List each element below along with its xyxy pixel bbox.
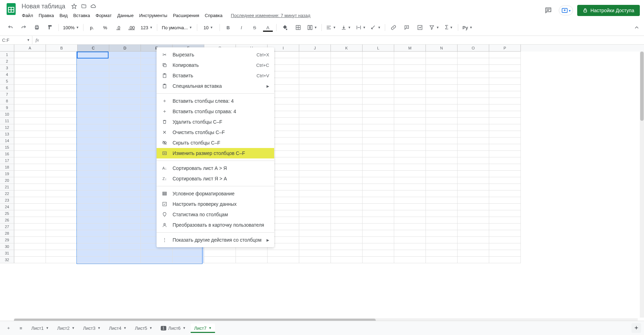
cell[interactable] xyxy=(299,52,331,58)
cell[interactable] xyxy=(331,210,363,217)
cell[interactable] xyxy=(363,224,394,230)
cell[interactable] xyxy=(299,65,331,71)
cell[interactable] xyxy=(426,58,458,65)
cell[interactable] xyxy=(394,190,426,197)
cell[interactable] xyxy=(363,78,394,85)
cell[interactable] xyxy=(299,144,331,151)
cell[interactable] xyxy=(46,71,78,78)
cell[interactable] xyxy=(299,157,331,164)
cell[interactable] xyxy=(363,230,394,237)
cell[interactable] xyxy=(458,230,489,237)
cell[interactable] xyxy=(363,237,394,243)
cell[interactable] xyxy=(489,184,521,190)
row-header[interactable]: 13 xyxy=(0,131,14,138)
row-header[interactable]: 27 xyxy=(0,224,14,230)
row-header[interactable]: 14 xyxy=(0,138,14,144)
cell[interactable] xyxy=(14,58,46,65)
cell[interactable] xyxy=(331,224,363,230)
halign-icon[interactable]: ▼ xyxy=(324,23,338,32)
cell[interactable] xyxy=(78,230,109,237)
cell[interactable] xyxy=(426,138,458,144)
cell[interactable] xyxy=(458,171,489,177)
cell[interactable] xyxy=(299,71,331,78)
cell[interactable] xyxy=(14,243,46,250)
cell[interactable] xyxy=(363,131,394,138)
cell[interactable] xyxy=(458,111,489,118)
cell[interactable] xyxy=(14,104,46,111)
link-icon[interactable] xyxy=(387,23,400,32)
cell[interactable] xyxy=(458,197,489,204)
cell[interactable] xyxy=(46,131,78,138)
ctx-insert-left[interactable]: ＋Вставить столбцы слева: 4 xyxy=(157,96,274,106)
cell[interactable] xyxy=(14,138,46,144)
cell[interactable] xyxy=(78,131,109,138)
cell[interactable] xyxy=(489,118,521,124)
cell[interactable] xyxy=(363,177,394,184)
cell[interactable] xyxy=(489,71,521,78)
cell[interactable] xyxy=(426,65,458,71)
cell[interactable] xyxy=(109,65,141,71)
cell[interactable] xyxy=(14,52,46,58)
row-header[interactable]: 26 xyxy=(0,217,14,224)
cell[interactable] xyxy=(299,151,331,157)
cell[interactable] xyxy=(14,164,46,171)
decrease-decimal-button[interactable]: .0 xyxy=(112,23,125,32)
cell[interactable] xyxy=(394,164,426,171)
cell[interactable] xyxy=(426,111,458,118)
cloud-icon[interactable] xyxy=(90,3,97,9)
cell[interactable] xyxy=(109,184,141,190)
cell[interactable] xyxy=(331,243,363,250)
cell[interactable] xyxy=(394,237,426,243)
row-header[interactable]: 8 xyxy=(0,98,14,104)
cell[interactable] xyxy=(331,190,363,197)
cell[interactable] xyxy=(426,217,458,224)
cell[interactable] xyxy=(46,210,78,217)
cell[interactable] xyxy=(331,157,363,164)
cell[interactable] xyxy=(458,157,489,164)
cell[interactable] xyxy=(489,111,521,118)
menu-extensions[interactable]: Расширения xyxy=(170,11,202,20)
row-header[interactable]: 11 xyxy=(0,118,14,124)
cell[interactable] xyxy=(363,71,394,78)
cell[interactable] xyxy=(394,217,426,224)
cell[interactable] xyxy=(394,177,426,184)
cell[interactable] xyxy=(489,190,521,197)
cell[interactable] xyxy=(426,250,458,257)
cell[interactable] xyxy=(394,257,426,263)
cell[interactable] xyxy=(109,210,141,217)
cell[interactable] xyxy=(331,164,363,171)
cell[interactable] xyxy=(458,204,489,210)
text-color-icon[interactable]: A xyxy=(262,23,274,32)
row-header[interactable]: 24 xyxy=(0,204,14,210)
cell[interactable] xyxy=(394,111,426,118)
cell[interactable] xyxy=(426,78,458,85)
col-header-B[interactable]: B xyxy=(46,45,78,52)
cell[interactable] xyxy=(363,210,394,217)
filter-icon[interactable]: ▼ xyxy=(427,23,441,32)
cell[interactable] xyxy=(363,124,394,131)
ctx-more[interactable]: ⋮Показать другие действия со столбцом▶ xyxy=(157,235,274,245)
cell[interactable] xyxy=(14,71,46,78)
cell[interactable] xyxy=(331,85,363,91)
cell[interactable] xyxy=(394,65,426,71)
cell[interactable] xyxy=(394,124,426,131)
cell[interactable] xyxy=(109,224,141,230)
cell[interactable] xyxy=(394,91,426,98)
cell[interactable] xyxy=(109,138,141,144)
cell[interactable] xyxy=(78,250,109,257)
cell[interactable] xyxy=(331,52,363,58)
cell[interactable] xyxy=(363,250,394,257)
explore-icon[interactable] xyxy=(631,323,641,333)
cell[interactable] xyxy=(46,144,78,151)
cell[interactable] xyxy=(489,151,521,157)
cell[interactable] xyxy=(363,111,394,118)
menu-data[interactable]: Данные xyxy=(115,11,136,20)
cell[interactable] xyxy=(299,164,331,171)
cell[interactable] xyxy=(426,243,458,250)
col-header-L[interactable]: L xyxy=(363,45,394,52)
cell[interactable] xyxy=(458,151,489,157)
row-header[interactable]: 32 xyxy=(0,257,14,263)
cell[interactable] xyxy=(141,250,173,257)
row-header[interactable]: 19 xyxy=(0,171,14,177)
cell[interactable] xyxy=(458,243,489,250)
